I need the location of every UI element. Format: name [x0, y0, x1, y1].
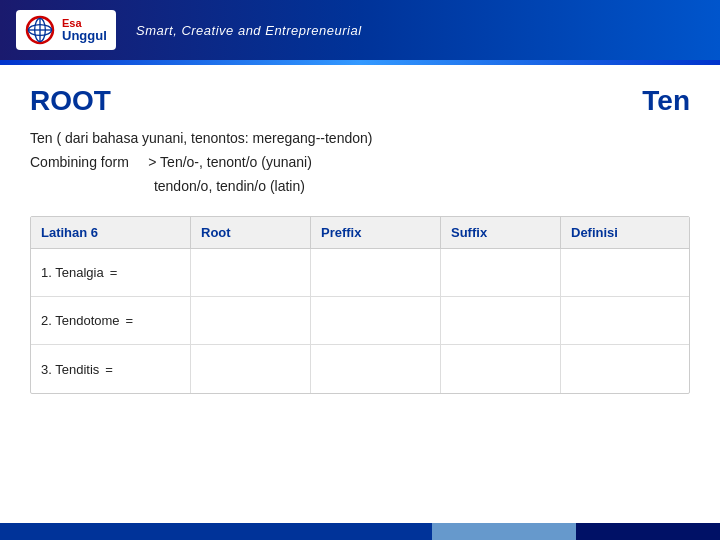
footer-bar-blue [0, 523, 432, 540]
col-header-definisi: Definisi [561, 217, 689, 248]
col-header-latihan: Latihan 6 [31, 217, 191, 248]
col-header-suffix: Suffix [441, 217, 561, 248]
header-tagline: Smart, Creative and Entrepreneurial [136, 23, 362, 38]
row3-latihan: 3. Tenditis = [31, 345, 191, 393]
row1-definisi [561, 249, 689, 296]
header: Esa Unggul Smart, Creative and Entrepren… [0, 0, 720, 60]
row2-preffix [311, 297, 441, 344]
footer-bar-dark [576, 523, 720, 540]
exercise-table: Latihan 6 Root Preffix Suffix Definisi 1… [30, 216, 690, 394]
row1-preffix [311, 249, 441, 296]
table-row: 3. Tenditis = [31, 345, 689, 393]
row1-suffix [441, 249, 561, 296]
footer [0, 523, 720, 540]
combining-form-label: Combining form [30, 154, 129, 170]
info-line1: Ten ( dari bahasa yunani, tenontos: mere… [30, 127, 690, 151]
row2-root [191, 297, 311, 344]
table-row: 2. Tendotome = [31, 297, 689, 345]
logo: Esa Unggul [16, 10, 116, 50]
row1-root [191, 249, 311, 296]
row2-latihan: 2. Tendotome = [31, 297, 191, 344]
page-title-ten: Ten [642, 85, 690, 117]
logo-emblem-icon [24, 14, 56, 46]
main-content: ROOT Ten Ten ( dari bahasa yunani, tenon… [0, 65, 720, 404]
col-header-root: Root [191, 217, 311, 248]
info-line2: Combining form > Ten/o-, tenont/o (yunan… [30, 151, 690, 175]
row3-root [191, 345, 311, 393]
row2-suffix [441, 297, 561, 344]
logo-text: Esa Unggul [62, 17, 107, 43]
content-wrapper: ROOT Ten Ten ( dari bahasa yunani, tenon… [0, 65, 720, 540]
footer-bar-light [432, 523, 576, 540]
logo-unggul-label: Unggul [62, 29, 107, 43]
row3-definisi [561, 345, 689, 393]
row2-definisi [561, 297, 689, 344]
row3-suffix [441, 345, 561, 393]
info-line3-value: tendon/o, tendin/o (latin) [154, 178, 305, 194]
table-row: 1. Tenalgia = [31, 249, 689, 297]
info-section: Ten ( dari bahasa yunani, tenontos: mere… [30, 127, 690, 198]
info-line3: tendon/o, tendin/o (latin) [30, 175, 690, 199]
col-header-preffix: Preffix [311, 217, 441, 248]
table-header-row: Latihan 6 Root Preffix Suffix Definisi [31, 217, 689, 249]
combining-form-value: > Ten/o-, tenont/o (yunani) [148, 154, 312, 170]
row1-latihan: 1. Tenalgia = [31, 249, 191, 296]
title-row: ROOT Ten [30, 85, 690, 117]
page-title-root: ROOT [30, 85, 111, 117]
combining-form-separator [133, 154, 145, 170]
row3-preffix [311, 345, 441, 393]
